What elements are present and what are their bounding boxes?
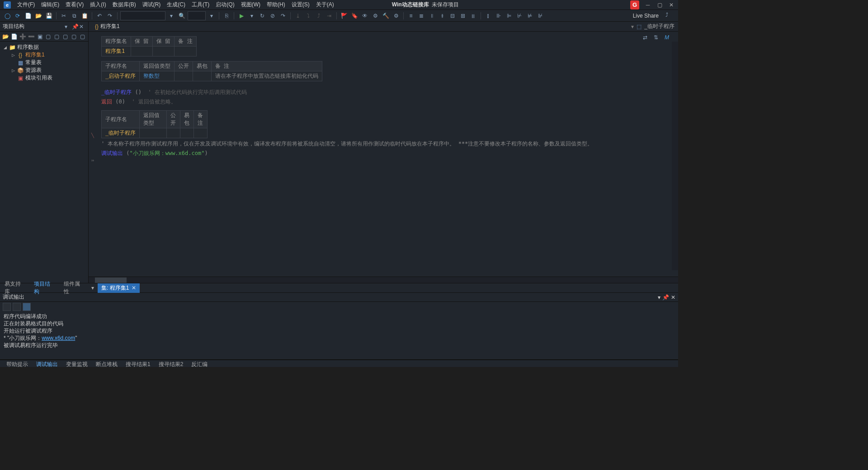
align-4-icon[interactable]: ⫵ xyxy=(438,11,447,20)
align-5-icon[interactable]: ⊟ xyxy=(448,11,457,20)
nav-fwd-icon[interactable]: ⟳ xyxy=(13,11,22,20)
output-dropdown-icon[interactable]: ▾ xyxy=(658,294,660,301)
output-filter-icon[interactable] xyxy=(13,303,21,311)
tab-help-hint[interactable]: 帮助提示 xyxy=(3,360,32,367)
bookmark-icon[interactable]: 🚩 xyxy=(340,11,349,20)
open-file-icon[interactable]: 📂 xyxy=(34,11,43,20)
menu-view[interactable]: 查看(V) xyxy=(63,0,86,9)
menu-settings[interactable]: 设置(S) xyxy=(289,0,312,9)
align-2-icon[interactable]: ≣ xyxy=(417,11,426,20)
redo-icon[interactable]: ↷ xyxy=(105,11,114,20)
restart-icon[interactable]: ↻ xyxy=(258,11,267,20)
align-1-icon[interactable]: ≡ xyxy=(406,11,415,20)
pin-icon[interactable]: 📌 xyxy=(72,24,78,30)
stop-debug-icon[interactable]: ⊘ xyxy=(268,11,277,20)
bookmark2-icon[interactable]: 🔖 xyxy=(350,11,359,20)
align-8-icon[interactable]: ⫿ xyxy=(484,11,493,20)
tree-b1-icon[interactable]: ▢ xyxy=(45,33,52,41)
undo-icon[interactable]: ↶ xyxy=(95,11,104,20)
tree-b3-icon[interactable]: ▢ xyxy=(61,33,69,41)
find-icon[interactable]: 🔍 xyxy=(177,11,186,20)
code-editor[interactable]: ⇄ ⇅ M 程序集名保 留保 留备 注 程序集1 子程序名返回值类型公开易包备 … xyxy=(89,32,678,277)
menu-build[interactable]: 生成(C) xyxy=(164,0,188,9)
align-11-icon[interactable]: ⊬ xyxy=(515,11,524,20)
editor-file-tab[interactable]: 集: 程序集1 ✕ xyxy=(98,283,140,293)
dropdown-icon[interactable]: ▾ xyxy=(167,11,176,20)
menu-file[interactable]: 文件(F) xyxy=(14,0,38,9)
step-icon[interactable]: ↷ xyxy=(278,11,288,20)
scrollbar-vertical[interactable] xyxy=(672,42,678,270)
menu-window[interactable]: 视图(W) xyxy=(238,0,263,9)
menu-insert[interactable]: 插入(I) xyxy=(87,0,108,9)
tab-debug-output[interactable]: 调试输出 xyxy=(33,360,61,367)
break-in-icon[interactable]: ⤓ xyxy=(293,11,302,20)
tree-b4-icon[interactable]: ▢ xyxy=(70,33,78,41)
output-close-icon[interactable]: ✕ xyxy=(671,294,675,301)
tree-module-icon[interactable]: ▣ xyxy=(36,33,44,41)
tree-b2-icon[interactable]: ▢ xyxy=(53,33,61,41)
tab-search-result1[interactable]: 搜寻结果1 xyxy=(122,360,154,367)
menu-database[interactable]: 数据库(B) xyxy=(110,0,139,9)
scrollbar-horizontal[interactable] xyxy=(89,277,678,283)
align-12-icon[interactable]: ⊭ xyxy=(525,11,534,20)
output-body[interactable]: 程序代码编译成功 正在封装易格式目的代码 开始运行被调试程序 * "小刀娱乐网：… xyxy=(0,312,678,359)
code-tool2-icon[interactable]: ⇅ xyxy=(654,34,662,42)
tab-breakpoint-stack[interactable]: 断点堆栈 xyxy=(92,360,121,367)
paste-icon[interactable]: 📋 xyxy=(80,11,89,20)
run-icon[interactable]: ▶ xyxy=(237,11,246,20)
menu-help[interactable]: 帮助(H) xyxy=(264,0,288,9)
tab-var-watch[interactable]: 变量监视 xyxy=(62,360,91,367)
new-file-icon[interactable]: 📄 xyxy=(24,11,33,20)
output-pin-icon[interactable]: 📌 xyxy=(662,294,669,301)
tab-dropdown-icon[interactable]: ▾ xyxy=(91,285,98,291)
menu-edit[interactable]: 编辑(E) xyxy=(38,0,62,9)
tree-open-icon[interactable]: 📂 xyxy=(2,33,9,41)
cut-icon[interactable]: ✂ xyxy=(59,11,68,20)
share-icon[interactable]: ⤴ xyxy=(665,12,674,20)
tree-node-res[interactable]: ▷📦资源表 xyxy=(1,66,87,74)
break-out-icon[interactable]: ⤴ xyxy=(314,11,323,20)
align-6-icon[interactable]: ⊞ xyxy=(458,11,467,20)
project-tree[interactable]: ◢📁程序数据 ▷{}程序集1 ▦常量表 ▷📦资源表 ▣模块引用表 xyxy=(0,42,88,283)
tree-add-icon[interactable]: ➕ xyxy=(19,33,27,41)
menu-about[interactable]: 关于(A) xyxy=(313,0,337,9)
panel-dropdown-icon[interactable]: ▾ xyxy=(65,24,71,30)
panel-close-icon[interactable]: ✕ xyxy=(79,24,85,30)
output-clear-icon[interactable] xyxy=(3,303,11,311)
tree-del-icon[interactable]: ➖ xyxy=(28,33,35,41)
build-icon[interactable]: 🔨 xyxy=(381,11,390,20)
output-wrap-icon[interactable] xyxy=(23,303,31,311)
tree-new-icon[interactable]: 📄 xyxy=(10,33,18,41)
menu-tools[interactable]: 工具(T) xyxy=(189,0,212,9)
menu-debug[interactable]: 调试(R) xyxy=(140,0,164,9)
tree-node-const[interactable]: ▦常量表 xyxy=(1,59,87,66)
break-cursor-icon[interactable]: ⇥ xyxy=(325,11,334,20)
tab-disassembly[interactable]: 反汇编 xyxy=(188,360,211,367)
watch-icon[interactable]: 👁 xyxy=(360,11,369,20)
replace-combo[interactable] xyxy=(188,11,206,20)
tree-b5-icon[interactable]: ▢ xyxy=(79,33,86,41)
code-tool1-icon[interactable]: ⇄ xyxy=(643,34,651,42)
editor-tab[interactable]: {} 程序集1 xyxy=(91,21,123,32)
maximize-button[interactable]: ▢ xyxy=(656,2,663,8)
config-icon[interactable]: ⚙ xyxy=(371,11,380,20)
breadcrumb[interactable]: ▾ ⬚ _临时子程序 xyxy=(631,23,678,30)
tab-search-result2[interactable]: 搜寻结果2 xyxy=(155,360,187,367)
minimize-button[interactable]: ─ xyxy=(645,2,651,8)
close-tab-icon[interactable]: ✕ xyxy=(132,285,136,291)
live-share-button[interactable]: Live Share xyxy=(629,13,662,19)
tree-node-modref[interactable]: ▣模块引用表 xyxy=(1,74,87,82)
save-icon[interactable]: 💾 xyxy=(44,11,53,20)
search-combo[interactable] xyxy=(120,11,165,20)
nav-back-icon[interactable]: ◯ xyxy=(3,11,12,20)
dropdown2-icon[interactable]: ▾ xyxy=(207,11,216,20)
align-9-icon[interactable]: ⊪ xyxy=(494,11,503,20)
align-13-icon[interactable]: ⊮ xyxy=(536,11,545,20)
copy-icon[interactable]: ⧉ xyxy=(70,11,79,20)
tree-node-programset[interactable]: ▷{}程序集1 xyxy=(1,51,87,59)
align-3-icon[interactable]: ⫴ xyxy=(427,11,436,20)
goto-icon[interactable]: ⎘ xyxy=(222,11,231,20)
break-over-icon[interactable]: ⤵ xyxy=(304,11,313,20)
align-10-icon[interactable]: ⊫ xyxy=(505,11,514,20)
dropdown3-icon[interactable]: ▾ xyxy=(247,11,256,20)
